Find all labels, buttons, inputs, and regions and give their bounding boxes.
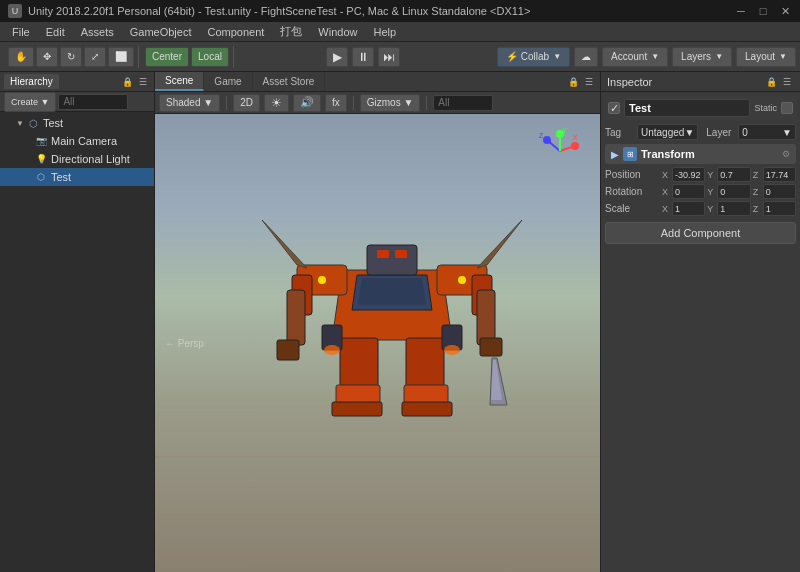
close-button[interactable]: ✕ — [778, 4, 792, 18]
step-button[interactable]: ⏭ — [378, 47, 400, 67]
z-label: Z — [753, 170, 763, 180]
y-label: Y — [707, 204, 717, 214]
inspector-menu-icon[interactable]: ☰ — [780, 75, 794, 89]
x-label: X — [662, 170, 672, 180]
collab-button[interactable]: ⚡ Collab ▼ — [497, 47, 570, 67]
svg-rect-19 — [406, 338, 444, 388]
position-xyz-group: X -30.92 Y 0.7 Z 17.74 — [662, 167, 796, 182]
scene-menu-icon[interactable]: ☰ — [582, 75, 596, 89]
scene-toolbar: Shaded ▼ 2D ☀ 🔊 fx Gizmos ▼ — [155, 92, 600, 114]
hierarchy-menu-icon[interactable]: ☰ — [136, 75, 150, 89]
hierarchy-create-button[interactable]: Create ▼ — [4, 92, 56, 112]
transform-component-header[interactable]: ▶ ⊞ Transform ⚙ — [605, 144, 796, 164]
x-label: X — [662, 204, 672, 214]
scale-y-value[interactable]: 1 — [717, 201, 750, 216]
tab-scene[interactable]: Scene — [155, 72, 204, 91]
menu-gameobject[interactable]: GameObject — [122, 24, 200, 40]
pivot-tools: Center Local — [141, 46, 234, 68]
maximize-button[interactable]: □ — [756, 4, 770, 18]
toolbar-right: ⚡ Collab ▼ ☁ Account ▼ Layers ▼ Layout ▼ — [493, 47, 796, 67]
transform-tools: ✋ ✥ ↻ ⤢ ⬜ — [4, 46, 139, 68]
scale-x-field: X 1 — [662, 201, 705, 216]
menu-build[interactable]: 打包 — [272, 22, 310, 41]
effects-button[interactable]: fx — [325, 94, 347, 112]
minimize-button[interactable]: ─ — [734, 4, 748, 18]
title-bar-controls[interactable]: ─ □ ✕ — [734, 4, 792, 18]
inspector-title: Inspector — [607, 76, 652, 88]
hierarchy-search-input[interactable] — [58, 94, 128, 110]
layer-value: 0 — [742, 127, 748, 138]
play-button[interactable]: ▶ — [326, 47, 348, 67]
scale-row: Scale X 1 Y 1 Z 1 — [605, 201, 796, 216]
hierarchy-toolbar: Create ▼ — [0, 92, 154, 112]
layer-dropdown[interactable]: 0 ▼ — [738, 124, 796, 140]
scale-tool[interactable]: ⤢ — [84, 47, 106, 67]
menu-file[interactable]: File — [4, 24, 38, 40]
scale-label: Scale — [605, 203, 660, 214]
svg-point-23 — [458, 276, 466, 284]
pause-button[interactable]: ⏸ — [352, 47, 374, 67]
2d-button[interactable]: 2D — [233, 94, 260, 112]
list-item[interactable]: ⬡ Test — [0, 168, 154, 186]
tab-hierarchy[interactable]: Hierarchy — [4, 74, 59, 89]
tab-asset-store[interactable]: Asset Store — [253, 72, 326, 91]
move-tool[interactable]: ✥ — [36, 47, 58, 67]
svg-point-28 — [324, 345, 340, 355]
rotation-x-value[interactable]: 0 — [672, 184, 705, 199]
menu-edit[interactable]: Edit — [38, 24, 73, 40]
hierarchy-item-label: Directional Light — [51, 153, 130, 165]
transform-settings-icon[interactable]: ⚙ — [782, 149, 790, 159]
hierarchy-panel-icons: 🔒 ☰ — [120, 75, 150, 89]
lighting-toggle[interactable]: ☀ — [264, 94, 289, 112]
layers-button[interactable]: Layers ▼ — [672, 47, 732, 67]
gizmo-widget: X Z Y — [535, 126, 585, 176]
shading-mode-button[interactable]: Shaded ▼ — [159, 94, 220, 112]
tab-game[interactable]: Game — [204, 72, 252, 91]
position-x-value[interactable]: -30.92 — [672, 167, 705, 182]
svg-text:Z: Z — [539, 132, 544, 139]
scene-view[interactable]: ← Persp X Z Y — [155, 114, 600, 572]
menu-bar: File Edit Assets GameObject Component 打包… — [0, 22, 800, 42]
object-name-field[interactable]: Test — [624, 99, 750, 117]
gizmos-button[interactable]: Gizmos ▼ — [360, 94, 421, 112]
menu-window[interactable]: Window — [310, 24, 365, 40]
title-text: Unity 2018.2.20f1 Personal (64bit) - Tes… — [28, 5, 530, 17]
svg-rect-18 — [332, 402, 382, 416]
list-item[interactable]: ▼ ⬡ Test — [0, 114, 154, 132]
layout-button[interactable]: Layout ▼ — [736, 47, 796, 67]
active-checkbox[interactable]: ✓ — [608, 102, 620, 114]
static-checkbox[interactable] — [781, 102, 793, 114]
add-component-button[interactable]: Add Component — [605, 222, 796, 244]
inspector-content: ✓ Test Static Tag Untagged ▼ Layer 0 ▼ — [601, 92, 800, 572]
rect-tool[interactable]: ⬜ — [108, 47, 134, 67]
prefab-icon: ⬡ — [34, 170, 48, 184]
menu-component[interactable]: Component — [199, 24, 272, 40]
rotation-y-value[interactable]: 0 — [717, 184, 750, 199]
list-item[interactable]: 📷 Main Camera — [0, 132, 154, 150]
object-header: ✓ Test Static — [605, 96, 796, 120]
tag-label: Tag — [605, 127, 633, 138]
local-button[interactable]: Local — [191, 47, 229, 67]
hierarchy-lock-icon[interactable]: 🔒 — [120, 75, 134, 89]
scene-lock-icon[interactable]: 🔒 — [566, 75, 580, 89]
rotation-z-value[interactable]: 0 — [763, 184, 796, 199]
menu-assets[interactable]: Assets — [73, 24, 122, 40]
layers-arrow-icon: ▼ — [715, 52, 723, 61]
z-label: Z — [753, 187, 763, 197]
hand-tool[interactable]: ✋ — [8, 47, 34, 67]
scene-search-input[interactable] — [433, 95, 493, 111]
scale-z-value[interactable]: 1 — [763, 201, 796, 216]
tag-dropdown[interactable]: Untagged ▼ — [637, 124, 698, 140]
account-button[interactable]: Account ▼ — [602, 47, 668, 67]
inspector-lock-icon[interactable]: 🔒 — [764, 75, 778, 89]
list-item[interactable]: 💡 Directional Light — [0, 150, 154, 168]
cloud-button[interactable]: ☁ — [574, 47, 598, 67]
center-button[interactable]: Center — [145, 47, 189, 67]
audio-toggle[interactable]: 🔊 — [293, 94, 321, 112]
position-y-value[interactable]: 0.7 — [717, 167, 750, 182]
scale-x-value[interactable]: 1 — [672, 201, 705, 216]
position-z-field: Z 17.74 — [753, 167, 796, 182]
position-z-value[interactable]: 17.74 — [763, 167, 796, 182]
rotate-tool[interactable]: ↻ — [60, 47, 82, 67]
menu-help[interactable]: Help — [365, 24, 404, 40]
